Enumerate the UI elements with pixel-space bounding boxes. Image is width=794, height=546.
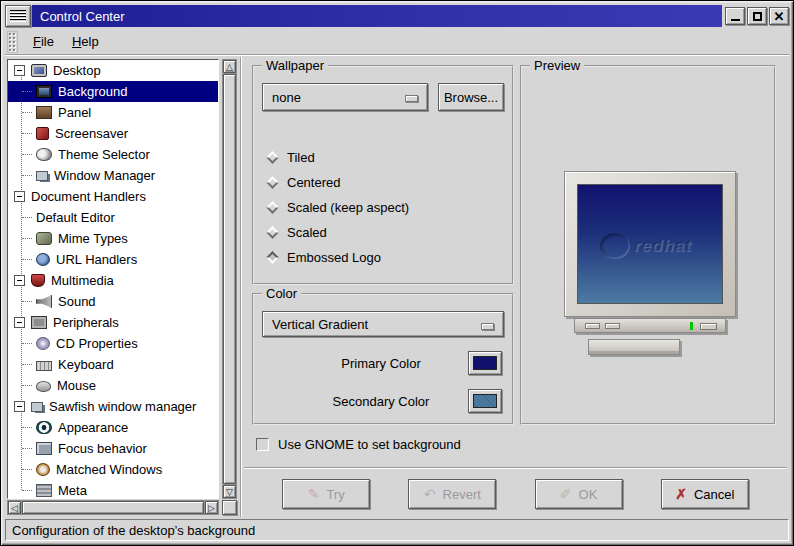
multimedia-icon — [31, 274, 45, 287]
tree-item-label: Screensaver — [55, 126, 128, 141]
tree-item-mime-types[interactable]: Mime Types — [8, 228, 218, 249]
window-manager-icon — [36, 171, 48, 181]
wallpaper-mode-tiled[interactable]: Tiled — [268, 145, 512, 170]
primary-color-button[interactable] — [468, 351, 502, 375]
minimize-button[interactable] — [725, 7, 745, 25]
expander-icon[interactable] — [14, 401, 25, 412]
wallpaper-mode-embossed-logo[interactable]: Embossed Logo — [268, 245, 512, 270]
wallpaper-mode-scaled[interactable]: Scaled — [268, 220, 512, 245]
gradient-type-value: Vertical Gradient — [272, 317, 368, 332]
keyboard-icon — [36, 361, 52, 371]
power-led-icon — [690, 322, 693, 330]
appearance-icon — [36, 421, 52, 434]
tree-item-url-handlers[interactable]: URL Handlers — [8, 249, 218, 270]
preview-frame: Preview redhat — [520, 65, 776, 425]
tree-item-background[interactable]: Background — [8, 81, 218, 102]
scroll-left-icon[interactable]: ◁ — [8, 501, 21, 514]
wallpaper-mode-scaled-keep-aspect-[interactable]: Scaled (keep aspect) — [268, 195, 512, 220]
scrollbar-corner-grip[interactable] — [222, 500, 237, 515]
tree-item-focus-behavior[interactable]: Focus behavior — [8, 438, 218, 459]
tree-item-window-manager[interactable]: Window Manager — [8, 165, 218, 186]
cancel-button[interactable]: ✗Cancel — [661, 479, 749, 509]
menubar-drag-handle[interactable] — [7, 31, 18, 53]
tree-pane: DesktopBackgroundPanelScreensaverTheme S… — [7, 59, 237, 515]
window-menu-button[interactable] — [5, 5, 31, 27]
expander-icon[interactable] — [14, 65, 25, 76]
radio-icon[interactable] — [266, 201, 279, 214]
try-button[interactable]: ✎Try — [282, 479, 370, 509]
cd-properties-icon — [36, 337, 50, 350]
tree-item-screensaver[interactable]: Screensaver — [8, 123, 218, 144]
tree-item-matched-windows[interactable]: Matched Windows — [8, 459, 218, 480]
tree-item-meta[interactable]: Meta — [8, 480, 218, 499]
tree-item-label: Sound — [58, 294, 96, 309]
wallpaper-mode-centered[interactable]: Centered — [268, 170, 512, 195]
tree-item-sound[interactable]: Sound — [8, 291, 218, 312]
monitor-button-icon — [585, 323, 600, 329]
tree-item-document-handlers[interactable]: Document Handlers — [8, 186, 218, 207]
menu-item-file[interactable]: File — [24, 31, 63, 52]
close-button[interactable]: ✕ — [769, 7, 789, 25]
meta-icon — [36, 484, 52, 497]
panel-icon — [36, 106, 52, 119]
revert-icon: ↶ — [424, 487, 436, 501]
try-icon: ✎ — [308, 487, 320, 501]
sound-icon — [36, 295, 52, 308]
tree-item-multimedia[interactable]: Multimedia — [8, 270, 218, 291]
tree-item-cd-properties[interactable]: CD Properties — [8, 333, 218, 354]
main-area: DesktopBackgroundPanelScreensaverTheme S… — [5, 57, 789, 517]
tree-item-theme-selector[interactable]: Theme Selector — [8, 144, 218, 165]
tree-item-label: Desktop — [53, 63, 101, 78]
tree-item-appearance[interactable]: Appearance — [8, 417, 218, 438]
preview-legend: Preview — [530, 58, 584, 73]
tree-item-label: CD Properties — [56, 336, 138, 351]
tree-item-label: Document Handlers — [31, 189, 146, 204]
pane-divider — [240, 57, 242, 517]
tree-item-default-editor[interactable]: Default Editor — [8, 207, 218, 228]
tree-item-sawfish-window-manager[interactable]: Sawfish window manager — [8, 396, 218, 417]
focus-behavior-icon — [36, 442, 52, 455]
maximize-button[interactable] — [747, 7, 767, 25]
wallpaper-frame: Wallpaper none Browse... TiledCenteredSc… — [252, 65, 514, 285]
expander-icon[interactable] — [14, 317, 25, 328]
radio-icon[interactable] — [266, 251, 279, 264]
wallpaper-file-select[interactable]: none — [262, 83, 428, 111]
tree-vertical-scrollbar[interactable]: △ ▽ — [222, 59, 237, 499]
secondary-color-button[interactable] — [468, 389, 502, 413]
radio-icon[interactable] — [266, 176, 279, 189]
redhat-logo-icon — [600, 233, 630, 259]
tree-horizontal-scrollbar[interactable]: ◁ ▷ — [7, 500, 219, 515]
scroll-right-icon[interactable]: ▷ — [205, 501, 218, 514]
tree-item-desktop[interactable]: Desktop — [8, 60, 218, 81]
monitor-button-icon — [605, 323, 620, 329]
tree-item-keyboard[interactable]: Keyboard — [8, 354, 218, 375]
radio-label: Tiled — [287, 150, 315, 165]
ok-icon: ✐ — [560, 487, 572, 501]
menu-item-help[interactable]: Help — [63, 31, 108, 52]
scroll-down-icon[interactable]: ▽ — [223, 485, 236, 498]
desktop-icon — [31, 64, 47, 77]
color-legend: Color — [262, 286, 301, 301]
use-gnome-checkbox[interactable] — [256, 438, 269, 451]
ok-button[interactable]: ✐OK — [535, 479, 623, 509]
tree-item-mouse[interactable]: Mouse — [8, 375, 218, 396]
gradient-type-select[interactable]: Vertical Gradient — [262, 311, 504, 337]
expander-icon[interactable] — [14, 191, 25, 202]
vertical-scroll-thumb[interactable] — [223, 74, 236, 484]
tree-item-peripherals[interactable]: Peripherals — [8, 312, 218, 333]
tree-item-label: Peripherals — [53, 315, 119, 330]
scroll-up-icon[interactable]: △ — [223, 60, 236, 73]
radio-icon[interactable] — [266, 151, 279, 164]
expander-icon[interactable] — [14, 275, 25, 286]
horizontal-scroll-thumb[interactable] — [22, 501, 204, 514]
secondary-color-swatch — [473, 394, 497, 408]
browse-button[interactable]: Browse... — [438, 83, 504, 111]
embossed-logo: redhat — [600, 233, 692, 259]
radio-icon[interactable] — [266, 226, 279, 239]
primary-color-swatch — [473, 356, 497, 370]
use-gnome-checkbox-label: Use GNOME to set background — [278, 437, 461, 452]
window-title: Control Center — [40, 9, 125, 24]
tree-item-panel[interactable]: Panel — [8, 102, 218, 123]
revert-button[interactable]: ↶Revert — [408, 479, 496, 509]
titlebar-drag-area[interactable]: Control Center — [32, 5, 722, 27]
